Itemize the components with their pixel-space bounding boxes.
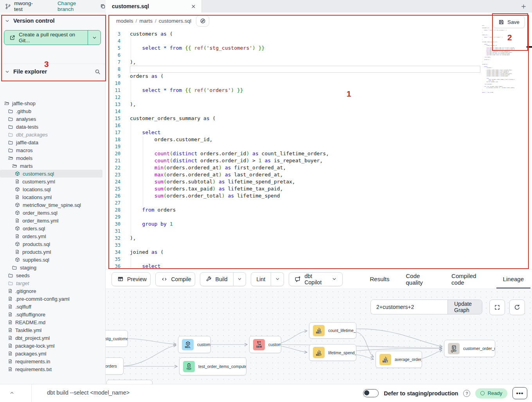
update-graph-button[interactable]: Update Graph [448,300,482,314]
tree-item-dbt-packages[interactable]: dbt_packages [0,131,106,138]
lint-button[interactable]: Lint [251,272,284,286]
tree-item-products-sql[interactable]: products.sql [0,240,106,248]
lineage-node-test-order-items-compute-to-bools-[interactable]: TSTtest_order_items_compute_to_bools... [179,357,246,375]
tree-item-order-items-sql[interactable]: order_items.sql [0,209,106,217]
code-line-21[interactable]: 21 count(distinct orders.order_id) > 1 a… [106,157,532,164]
file-explorer-header[interactable]: File explorer [0,64,105,79]
code-line-30[interactable]: 30 group by 1 [106,221,532,228]
compass-button[interactable] [196,15,209,27]
lineage-node-stg-customers[interactable]: MDLstg_customers [106,330,128,347]
change-branch-link[interactable]: Change branch [58,0,93,12]
new-tab-button[interactable] [521,4,527,9]
tree-item-staging[interactable]: staging [0,264,106,271]
code-line-17[interactable]: 17 select [106,129,532,136]
code-line-29[interactable]: 29 [106,214,532,221]
build-button[interactable]: Build [200,272,246,286]
tree-item-dbt-project-yml[interactable]: dbt_project.yml [0,334,106,342]
code-line-26[interactable]: 26 sum(orders.order_total) as lifetime_s… [106,192,532,199]
code-line-14[interactable]: 14 [106,108,532,115]
code-line-25[interactable]: 25 sum(orders.tax_paid) as lifetime_tax_… [106,185,532,192]
code-line-28[interactable]: 28 from orders [106,206,532,214]
tree-item-seeds[interactable]: seeds [0,271,106,279]
tree-item-customers-yml[interactable]: customers.yml [0,178,106,185]
minimap[interactable]: with customers as ( select * from {{ ref… [482,25,515,96]
tree-item--sqlfluff[interactable]: .sqlfluff [0,303,106,310]
command-input[interactable]: dbt build --select <model_name> [47,389,129,396]
code-line-19[interactable]: 19 [106,143,532,150]
tab-code-quality[interactable]: Code quality [397,269,443,289]
lineage-node-orders[interactable]: MDLorders [106,357,124,375]
tree-item-jaffle-data[interactable]: jaffle-data [0,138,106,146]
code-line-7[interactable]: 7), [106,59,532,66]
tree-item-readme-md[interactable]: README.md [0,318,106,326]
tree-item-metricflow-time-spine-sql[interactable]: metricflow_time_spine.sql [0,201,106,209]
tab-lineage[interactable]: Lineage [495,269,532,289]
tree-item--sqlfluffignore[interactable]: .sqlfluffignore [0,310,106,318]
defer-toggle[interactable] [363,389,379,397]
create-pull-request-button[interactable]: Create a pull request on Git... [4,30,101,45]
button-main[interactable]: Preview [112,273,151,286]
code-line-24[interactable]: 24 sum(orders.subtotal) as lifetime_spen… [106,178,532,185]
compile-button[interactable]: Compile [155,272,195,286]
tree-item-order-items-yml[interactable]: order_items.yml [0,217,106,224]
search-icon[interactable] [95,69,101,75]
refresh-button[interactable] [509,300,525,315]
dbt-copilot-button[interactable]: dbt Copilot [289,272,343,286]
code-line-8[interactable]: 8 [106,66,532,73]
tree-item-locations-sql[interactable]: locations.sql [0,185,106,193]
code-line-27[interactable]: 27 [106,199,532,206]
copy-branch-icon[interactable] [100,4,106,9]
expand-command-bar-icon[interactable] [9,390,14,395]
create-pull-request-caret[interactable] [88,31,101,45]
code-line-20[interactable]: 20 count(distinct orders.order_id) as co… [106,150,532,157]
code-line-34[interactable]: 34joined as ( [106,249,532,256]
code-line-33[interactable]: 33 [106,242,532,249]
code-line-15[interactable]: 15customer_orders_summary as ( [106,115,532,122]
code-line-16[interactable]: 16 [106,122,532,129]
tab-customers-sql[interactable]: customers.sql [106,0,202,13]
tree-item-packages-yml[interactable]: packages.yml [0,350,106,357]
tree-item-orders-yml[interactable]: orders.yml [0,232,106,240]
tree-item-locations-yml[interactable]: locations.yml [0,193,106,201]
button-dropdown-caret[interactable] [233,273,246,286]
lineage-node-customers[interactable]: MDLcustomers [178,336,211,353]
code-line-11[interactable]: 11 select * from {{ ref('orders') }} [106,87,532,94]
tree-item-macros[interactable]: macros [0,146,106,154]
lineage-node-customer-order-metrics[interactable]: QRYcustomer_order_metrics [444,340,495,357]
code-line-6[interactable]: 6 [106,52,532,59]
version-control-header[interactable]: Version control [0,13,105,28]
tab-compiled-code[interactable]: Compiled code [443,269,495,289]
help-icon[interactable]: ? [463,390,470,397]
button-main[interactable]: Lint [251,273,271,286]
tree-item-marts[interactable]: marts [0,162,106,170]
code-line-35[interactable]: 35 [106,256,532,263]
tree-item-models[interactable]: models [0,154,106,162]
lineage-node-average-order-value[interactable]: METaverage_order_value [376,351,422,368]
button-main[interactable]: Compile [156,273,195,286]
code-line-5[interactable]: 5 select * from {{ ref('stg_customers') … [106,45,532,52]
fullscreen-button[interactable] [489,300,505,315]
tree-item-requirements-in[interactable]: requirements.in [0,357,106,365]
tree-item-package-lock-yml[interactable]: package-lock.yml [0,342,106,350]
button-main[interactable]: dbt Copilot [289,273,342,286]
tree-item-requirements-txt[interactable]: requirements.txt [0,365,106,373]
code-line-18[interactable]: 18 orders.customer_id, [106,136,532,143]
more-options-button[interactable]: ••• [512,387,527,399]
tree-item-supplies-sql[interactable]: supplies.sql [0,256,106,264]
tab-results[interactable]: Results [361,269,397,289]
tree-item-products-yml[interactable]: products.yml [0,248,106,256]
code-line-31[interactable]: 31 [106,228,532,235]
tree-item--github[interactable]: .github [0,107,106,115]
lineage-node-lifetime-spend-pretax[interactable]: METlifetime_spend_pretax [309,344,356,361]
close-tab-icon[interactable] [191,4,196,9]
lineage-node-count-lifetime-orders[interactable]: METcount_lifetime_orders [309,322,356,339]
lineage-search-input[interactable] [371,300,448,314]
code-editor[interactable]: 3customers as (45 select * from {{ ref('… [106,29,532,269]
tree-item--gitignore[interactable]: .gitignore [0,287,106,295]
tree-item-taskfile-yml[interactable]: Taskfile.yml [0,326,106,334]
code-line-4[interactable]: 4 [106,38,532,45]
tree-item-target[interactable]: target [0,279,106,287]
lineage-node-customers[interactable]: SEMcustomers [249,336,281,353]
code-line-22[interactable]: 22 min(orders.ordered_at) as first_order… [106,164,532,171]
code-line-13[interactable]: 13), [106,101,532,108]
